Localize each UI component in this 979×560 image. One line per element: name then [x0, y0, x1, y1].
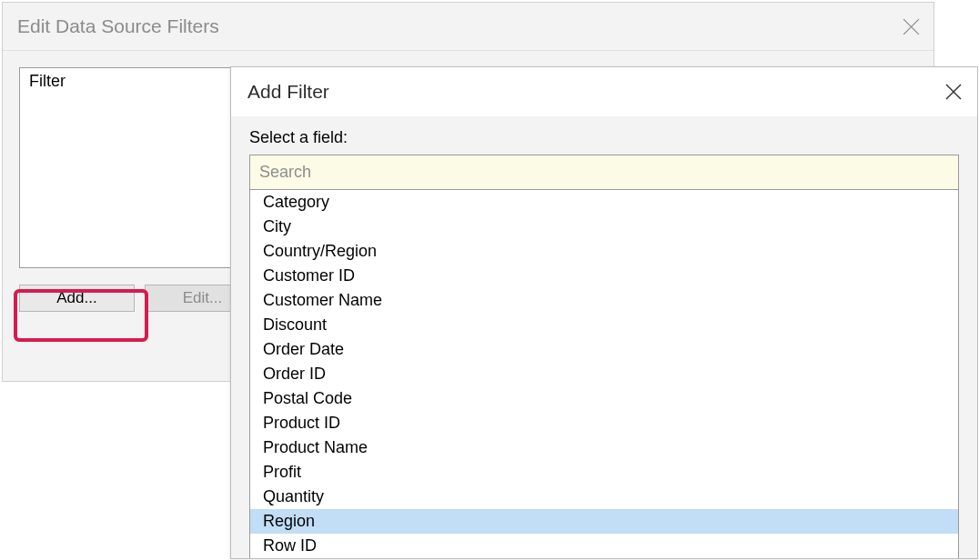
field-item[interactable]: Row ID	[250, 534, 958, 558]
field-item[interactable]: Region	[250, 509, 958, 534]
field-item[interactable]: Quantity	[250, 485, 958, 509]
field-item[interactable]: Customer Name	[250, 288, 958, 313]
dialog-title: Edit Data Source Filters	[17, 15, 219, 37]
dialog-body: Select a field: CategoryCityCountry/Regi…	[231, 116, 977, 558]
dialog-titlebar: Add Filter	[231, 67, 977, 116]
close-icon[interactable]	[902, 17, 921, 36]
field-item[interactable]: Product Name	[250, 435, 958, 460]
field-panel: CategoryCityCountry/RegionCustomer IDCus…	[249, 155, 959, 558]
field-item[interactable]: Order ID	[250, 362, 958, 386]
field-list[interactable]: CategoryCityCountry/RegionCustomer IDCus…	[250, 190, 958, 558]
field-item[interactable]: Country/Region	[250, 239, 958, 264]
field-item[interactable]: Order Date	[250, 337, 958, 362]
close-icon[interactable]	[944, 83, 963, 101]
dialog-titlebar: Edit Data Source Filters	[3, 3, 934, 51]
search-box	[250, 155, 958, 190]
field-item[interactable]: Product ID	[250, 411, 958, 435]
field-item[interactable]: Profit	[250, 460, 958, 485]
field-item[interactable]: Discount	[250, 313, 958, 337]
select-field-label: Select a field:	[249, 128, 959, 147]
add-filter-dialog: Add Filter Select a field: CategoryCityC…	[230, 66, 978, 559]
field-item[interactable]: City	[250, 215, 958, 239]
field-item[interactable]: Customer ID	[250, 264, 958, 288]
search-input[interactable]	[250, 155, 958, 189]
dialog-title: Add Filter	[247, 81, 329, 103]
add-button[interactable]: Add...	[19, 285, 135, 312]
field-item[interactable]: Category	[250, 190, 958, 215]
field-item[interactable]: Postal Code	[250, 386, 958, 411]
